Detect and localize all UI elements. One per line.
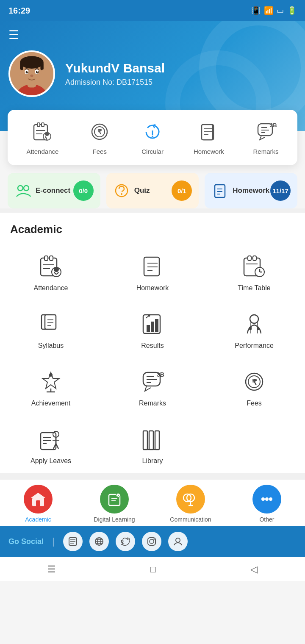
quiz-card[interactable]: Quiz 0/1	[106, 173, 199, 208]
grid-remarks[interactable]: 3B Remarks	[102, 358, 203, 416]
android-back-btn[interactable]: ◁	[250, 564, 258, 575]
academic-section: Academic Attendance	[0, 213, 305, 473]
social-twitter-icon[interactable]	[116, 532, 135, 551]
svg-rect-6	[40, 62, 43, 70]
homework-stat-card[interactable]: Homework 11/17	[205, 173, 297, 208]
nav-academic-label: Academic	[25, 516, 51, 523]
grid-performance[interactable]: Performance	[203, 300, 305, 358]
svg-rect-76	[155, 319, 158, 332]
svg-point-8	[41, 69, 46, 76]
svg-rect-108	[36, 500, 40, 506]
grid-applyleaves-icon	[37, 426, 64, 453]
svg-point-11	[26, 71, 28, 73]
go-social-text: Go Social	[8, 537, 44, 546]
svg-rect-80	[249, 327, 252, 330]
battery-icon: 🔋	[287, 6, 297, 15]
profile-section: YukundV Bansal Admission No: DB171515	[8, 50, 297, 97]
social-icons	[63, 532, 188, 551]
quick-homework[interactable]: Homework	[194, 120, 224, 155]
quick-circular[interactable]: Circular	[141, 120, 164, 155]
svg-point-119	[265, 497, 269, 501]
nav-digital[interactable]: ✓ Digital Learning	[76, 485, 152, 523]
social-blog-icon[interactable]	[63, 532, 83, 551]
nav-other-icon	[252, 485, 281, 514]
svg-text:✓: ✓	[117, 494, 119, 497]
nav-communication[interactable]: Communication	[152, 485, 229, 523]
grid-remarks-label: Remarks	[139, 400, 166, 407]
grid-homework[interactable]: Homework	[102, 243, 203, 300]
grid-timetable-label: Time Table	[238, 284, 270, 292]
svg-point-13	[27, 71, 28, 72]
econnect-card[interactable]: E-connect 0/0	[8, 173, 100, 208]
svg-rect-5	[20, 62, 23, 70]
grid-homework-icon	[139, 253, 166, 280]
nav-digital-label: Digital Learning	[94, 516, 135, 523]
quiz-badge: 0/1	[172, 180, 192, 201]
svg-point-4	[20, 56, 44, 69]
homework-label: Homework	[194, 148, 224, 155]
svg-point-45	[121, 193, 122, 195]
grid-library-icon	[139, 426, 166, 453]
grid-achievement-icon	[37, 368, 64, 395]
svg-marker-107	[31, 493, 45, 498]
grid-fees-label: Fees	[247, 400, 262, 407]
grid-homework-label: Homework	[136, 284, 169, 292]
grid-results[interactable]: Results	[102, 300, 203, 358]
grid-results-label: Results	[141, 342, 164, 350]
grid-achievement-label: Achievement	[31, 400, 71, 407]
homework-stat-icon	[211, 182, 228, 199]
grid-applyleaves[interactable]: Apply Leaves	[0, 416, 102, 473]
academic-title: Academic	[0, 213, 305, 243]
econnect-label: E-connect	[36, 186, 70, 195]
svg-point-78	[148, 315, 150, 317]
android-menu-btn[interactable]: ☰	[47, 564, 56, 575]
nav-other-label: Other	[259, 516, 274, 523]
grid-fees-icon: ₹	[241, 368, 268, 395]
quiz-label: Quiz	[134, 186, 150, 195]
grid-performance-label: Performance	[235, 342, 274, 350]
grid-fees[interactable]: ₹ Fees	[203, 358, 305, 416]
homework-icon	[197, 120, 221, 144]
nav-academic[interactable]: Academic	[0, 485, 76, 523]
stats-row: E-connect 0/0 Quiz 0/1	[8, 173, 297, 208]
grid-timetable[interactable]: Time Table	[203, 243, 305, 300]
profile-info: YukundV Bansal Admission No: DB171515	[65, 61, 165, 87]
grid-library-label: Library	[142, 457, 163, 465]
android-home-btn[interactable]: □	[150, 564, 156, 575]
grid-empty	[203, 416, 305, 473]
svg-point-132	[153, 539, 155, 540]
svg-rect-81	[257, 327, 259, 330]
attendance-icon	[30, 120, 54, 144]
quick-attendance[interactable]: Attendance	[26, 120, 58, 155]
svg-point-79	[250, 315, 258, 323]
grid-attendance-label: Attendance	[34, 284, 68, 292]
svg-point-82	[49, 373, 53, 377]
grid-syllabus[interactable]: Syllabus	[0, 300, 102, 358]
social-web-icon[interactable]	[89, 532, 109, 551]
attendance-label: Attendance	[26, 148, 58, 155]
grid-library[interactable]: Library	[102, 416, 203, 473]
social-instagram-icon[interactable]	[142, 532, 161, 551]
hamburger-menu[interactable]: ☰	[8, 28, 297, 42]
fees-icon: ₹	[88, 120, 111, 144]
android-nav-bar: ☰ □ ◁	[0, 557, 305, 581]
quick-fees[interactable]: ₹ Fees	[88, 120, 111, 155]
wifi-icon: 📶	[264, 6, 273, 15]
status-icons: 📳 📶 ▭ 🔋	[251, 6, 297, 15]
grid-achievement[interactable]: Achievement	[0, 358, 102, 416]
fees-label: Fees	[93, 148, 107, 155]
status-bar: 16:29 📳 📶 ▭ 🔋	[0, 0, 305, 21]
grid-attendance[interactable]: Attendance	[0, 243, 102, 300]
svg-point-7	[18, 69, 22, 76]
svg-point-42	[18, 186, 23, 191]
homework-stat-label: Homework	[233, 186, 269, 195]
svg-point-14	[37, 71, 38, 72]
svg-point-56	[54, 267, 59, 272]
grid-remarks-icon: 3B	[139, 368, 166, 395]
quick-menu-card: Attendance ₹ Fees Circular	[8, 110, 297, 165]
social-user-icon[interactable]	[168, 532, 188, 551]
quick-remarks[interactable]: 3B Remarks	[253, 120, 279, 155]
grid-performance-icon	[241, 311, 268, 338]
grid-timetable-icon	[241, 253, 268, 280]
nav-other[interactable]: Other	[229, 485, 305, 523]
